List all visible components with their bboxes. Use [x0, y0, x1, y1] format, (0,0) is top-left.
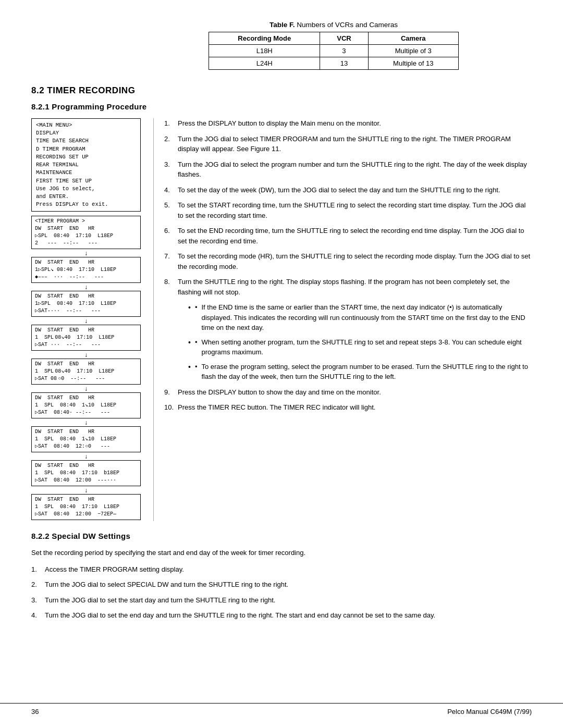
- arrow-down-icon: ↓: [31, 250, 141, 256]
- footer-page-number: 36: [31, 708, 39, 715]
- main-content-821: <MAIN MENU> DISPLAY TIME DATE SEARCHD TI…: [31, 118, 532, 521]
- timer-box-row: DW START END HR: [35, 428, 137, 436]
- timer-box-row: DW START END HR: [35, 225, 137, 232]
- list-item: 7.To set the recording mode (HR), turn t…: [164, 251, 532, 272]
- timer-box-row: DW START END HR: [35, 496, 137, 503]
- table-row: L18H3Multiple of 3: [209, 45, 459, 57]
- list-item: 10.Press the TIMER REC button. The TIMER…: [164, 402, 532, 413]
- timer-box-row: DW START END HR: [35, 327, 137, 334]
- table-cell: L24H: [209, 57, 320, 70]
- bullet-item: •To erase the program setting, select th…: [188, 362, 532, 382]
- steps-list-822: 1.Access the TIMER PROGRAM setting displ…: [31, 564, 532, 621]
- timer-box-row: 1 SPL 08:40 17:10 b18EP: [35, 470, 137, 477]
- table-title-bold: Table F.: [270, 21, 295, 29]
- menu-line: Press DISPLAY to exit.: [36, 201, 136, 208]
- table-section: Table F. Numbers of VCRs and Cameras Rec…: [136, 21, 532, 70]
- table-cell: L18H: [209, 45, 320, 57]
- menu-line: <MAIN MENU>: [36, 121, 136, 129]
- timer-box: DW START END HR1 SPL 08:40 1↘10 L18EP▷SA…: [31, 426, 141, 452]
- section-822: 8.2.2 Special DW Settings Set the record…: [31, 532, 532, 621]
- list-item: 3.Turn the JOG dial to select the progra…: [164, 159, 532, 180]
- step-number: 1.: [31, 564, 41, 575]
- page-container: Table F. Numbers of VCRs and Cameras Rec…: [0, 0, 563, 728]
- timer-box-row: ▷SAT 08:40 12:00 ---···: [35, 477, 137, 484]
- table-row: L24H13Multiple of 13: [209, 57, 459, 70]
- menu-line: Use JOG to select,: [36, 185, 136, 193]
- step-text: To set the recording mode (HR), turn the…: [178, 251, 532, 272]
- timer-box-row: ▷SPL 08:40 17:10 L18EP: [35, 232, 137, 240]
- bullet-container: •If the END time is the same or earlier …: [178, 302, 532, 382]
- table-cell: Multiple of 3: [368, 45, 458, 57]
- menu-line: DISPLAY: [36, 129, 136, 137]
- bullet-list: •If the END time is the same or earlier …: [188, 302, 532, 382]
- subsection-heading-822: 8.2.2 Special DW Settings: [31, 532, 532, 540]
- step-text: To set the START recording time, turn th…: [178, 200, 532, 220]
- timer-box-row: 2 --- --:-- ---: [35, 240, 137, 247]
- arrow-down-icon: ↓: [31, 318, 141, 324]
- timer-box-row: ▷SAT ··· --:-- ---: [35, 341, 137, 349]
- bullet-item: •If the END time is the same or earlier …: [188, 302, 532, 333]
- timer-box: DW START END HR1 SPL 08:40 1↘10 L18EP▷SA…: [31, 392, 141, 418]
- subsection-821: 8.2.1 Programming Procedure <MAIN MENU> …: [31, 102, 532, 521]
- timer-box: DW START END HR1 SPL 08↘40 17:10 L18EP▷S…: [31, 359, 141, 385]
- step-number: 2.: [31, 579, 41, 590]
- menu-line: TIME DATE SEARCH: [36, 137, 136, 145]
- step-number: 1.: [164, 118, 174, 129]
- menu-line: REAR TERMINAL: [36, 161, 136, 169]
- timer-box-row: ▷SAT 08 ○0 --:-- ---: [35, 375, 137, 382]
- step-number: 3.: [164, 159, 174, 180]
- section-822-intro: Set the recording period by specifying t…: [31, 548, 532, 558]
- list-item: 2.Turn the JOG dial to select TIMER PROG…: [164, 134, 532, 154]
- bullet-text: If the END time is the same or earlier t…: [201, 302, 532, 333]
- section-82: 8.2 TIMER RECORDING 8.2.1 Programming Pr…: [31, 85, 532, 626]
- table-cell: Multiple of 13: [368, 57, 458, 70]
- table-cell: 3: [320, 45, 368, 57]
- timer-box-row: DW START END HR: [35, 259, 137, 266]
- step-number: 5.: [164, 200, 174, 220]
- menu-line: MAINTENANCE: [36, 169, 136, 177]
- step-text: Turn the JOG dial to select the program …: [178, 159, 532, 180]
- bullet-point: •: [195, 337, 198, 357]
- col-header-vcr: VCR: [320, 32, 368, 45]
- timer-box-row: DW START END HR: [35, 293, 137, 300]
- timer-box-row: 1 SPL 08:40 1↘10 L18EP: [35, 402, 137, 409]
- timer-box-row: 1▷SPL 08:40 17:10 L18EP: [35, 300, 137, 307]
- step-number: 4.: [31, 610, 41, 621]
- step-number: 10.: [164, 402, 174, 413]
- list-item: 9.Press the DISPLAY button to show the d…: [164, 387, 532, 398]
- list-item: 5.To set the START recording time, turn …: [164, 200, 532, 220]
- step-number: 2.: [164, 134, 174, 154]
- timer-box: DW START END HR1 SPL 08:40 17:10 b18EP▷S…: [31, 460, 141, 486]
- timer-box-row: ▷SAT-··· --:-- ---: [35, 307, 137, 315]
- bullet-point: •: [195, 302, 198, 333]
- list-item: 1.Access the TIMER PROGRAM setting displ…: [31, 564, 532, 575]
- page-footer: 36 Pelco Manual C649M (7/99): [0, 703, 563, 715]
- list-item: 3.Turn the JOG dial to set the start day…: [31, 595, 532, 606]
- step-number: 3.: [31, 595, 41, 606]
- step-text: To set the END recording time, turn the …: [178, 226, 532, 246]
- step-number: 9.: [164, 387, 174, 398]
- main-menu-box: <MAIN MENU> DISPLAY TIME DATE SEARCHD TI…: [31, 118, 141, 212]
- step-number: 7.: [164, 251, 174, 272]
- list-item: 1.Press the DISPLAY button to display th…: [164, 118, 532, 129]
- step-text: Turn the JOG dial to set the end day and…: [45, 610, 435, 621]
- steps-list-821: 1.Press the DISPLAY button to display th…: [164, 118, 532, 413]
- bullet-point: •: [195, 362, 198, 382]
- timer-box: DW START END HR1▷SPL↘ 08:40 17:10 L18EP◆…: [31, 257, 141, 283]
- section-heading-82: 8.2 TIMER RECORDING: [31, 85, 532, 96]
- menu-line: FIRST TIME SET UP: [36, 177, 136, 185]
- timer-box-row: <TIMER PROGRAM >: [35, 218, 137, 225]
- right-content-821: 1.Press the DISPLAY button to display th…: [153, 118, 532, 521]
- timer-boxes-container: <TIMER PROGRAM >DW START END HR▷SPL 08:4…: [31, 216, 141, 521]
- table-cell: 13: [320, 57, 368, 70]
- timer-box-row: ▷SAT 08:40 12:00 −72EP—: [35, 511, 137, 518]
- bullet-text: To erase the program setting, select the…: [201, 362, 532, 382]
- timer-box-row: ▷SAT 08:40 12:○0 ---: [35, 443, 137, 450]
- timer-box-row: DW START END HR: [35, 361, 137, 368]
- list-item: 4.To set the day of the week (DW), turn …: [164, 185, 532, 195]
- list-item: 8.Turn the SHUTTLE ring to the right. Th…: [164, 277, 532, 297]
- footer-brand: Pelco Manual C649M (7/99): [447, 708, 532, 715]
- table-subtitle: Numbers of VCRs and Cameras: [297, 21, 398, 29]
- data-table: Recording Mode VCR Camera L18H3Multiple …: [209, 32, 459, 70]
- timer-box-row: 1 SPL 08↘40 17:10 L18EP: [35, 334, 137, 341]
